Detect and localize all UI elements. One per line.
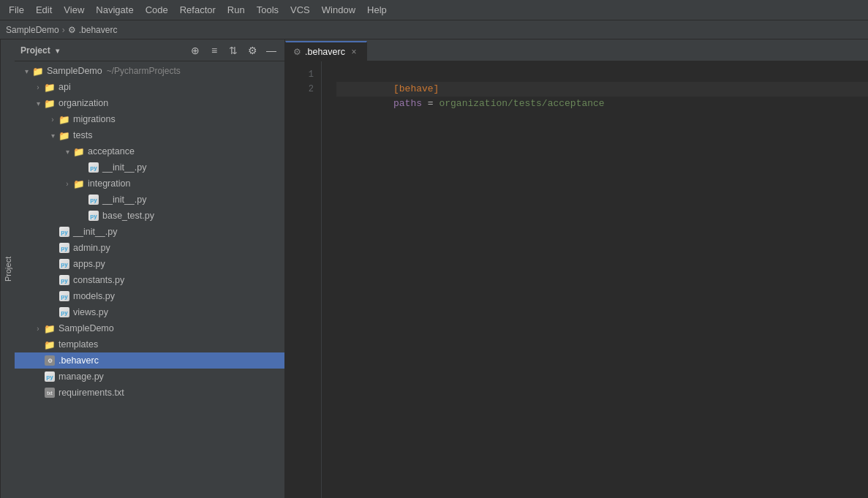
- tests-folder-icon: 📁: [59, 129, 70, 141]
- py-icon: py: [59, 307, 69, 317]
- file-tree: ▾ 📁 SampleDemo ~/PycharmProjects › 📁 api…: [15, 61, 284, 498]
- tree-apps[interactable]: py apps.py: [15, 256, 284, 272]
- py-icon: py: [88, 195, 99, 205]
- requirements-icon: txt: [44, 387, 56, 399]
- tree-organization[interactable]: ▾ 📁 organization: [15, 95, 284, 111]
- integration-folder-icon: 📁: [73, 178, 85, 189]
- tree-acceptance[interactable]: ▾ 📁 acceptance: [15, 143, 284, 159]
- menu-edit[interactable]: Edit: [30, 2, 58, 18]
- breadcrumb-bar: SampleDemo › ⚙ .behaverc: [0, 20, 868, 39]
- editor-content[interactable]: 1 2 [behave] paths = organization/tests/…: [285, 61, 868, 498]
- tree-templates[interactable]: 📁 templates: [15, 336, 284, 352]
- org-init-icon: py: [59, 226, 70, 238]
- apps-label: apps.py: [73, 259, 105, 269]
- py-icon: py: [59, 259, 69, 269]
- panel-minimize-btn[interactable]: —: [264, 43, 279, 58]
- line-numbers: 1 2: [285, 61, 322, 498]
- migrations-arrow: ›: [47, 113, 59, 125]
- py-icon: py: [59, 291, 69, 301]
- root-arrow: ▾: [20, 65, 32, 77]
- menu-refactor[interactable]: Refactor: [174, 2, 222, 18]
- main-layout: Project Project ▾ ⊕ ≡ ⇅ ⚙ — ▾ 📁 SampleDe…: [0, 39, 868, 498]
- project-sidebar-label[interactable]: Project: [0, 39, 15, 498]
- templates-folder-icon: 📁: [44, 339, 56, 350]
- tree-requirements[interactable]: txt requirements.txt: [15, 385, 284, 401]
- integration-init-label: __init__.py: [102, 195, 146, 205]
- py-icon: py: [88, 162, 99, 173]
- tree-tests[interactable]: ▾ 📁 tests: [15, 127, 284, 143]
- panel-expand-btn[interactable]: ⇅: [226, 43, 241, 58]
- config-icon: ⚙: [45, 355, 55, 366]
- menu-file[interactable]: File: [3, 2, 30, 18]
- behaverc-icon: ⚙: [44, 355, 56, 366]
- base-test-label: base_test.py: [102, 211, 154, 221]
- integration-init-icon: py: [88, 194, 99, 205]
- code-area[interactable]: [behave] paths = organization/tests/acce…: [322, 61, 868, 498]
- tree-integration[interactable]: › 📁 integration: [15, 176, 284, 192]
- tests-arrow: ▾: [47, 129, 59, 141]
- breadcrumb-sep1: ›: [62, 25, 65, 35]
- panel-settings-btn[interactable]: ⚙: [245, 43, 260, 58]
- panel-locate-btn[interactable]: ⊕: [188, 43, 203, 58]
- tree-api[interactable]: › 📁 api: [15, 79, 284, 95]
- menu-view[interactable]: View: [58, 2, 90, 18]
- constants-label: constants.py: [73, 275, 124, 285]
- acceptance-arrow: ▾: [61, 146, 73, 157]
- tree-acceptance-init[interactable]: py __init__.py: [15, 159, 284, 176]
- tree-models[interactable]: py models.py: [15, 288, 284, 304]
- breadcrumb-file[interactable]: ⚙ .behaverc: [68, 25, 118, 35]
- migrations-folder-icon: 📁: [59, 113, 70, 125]
- syn-key: paths: [393, 98, 422, 109]
- tab-icon: ⚙: [293, 47, 301, 57]
- tab-close-btn[interactable]: ×: [349, 47, 359, 57]
- migrations-label: migrations: [73, 114, 116, 124]
- menu-vcs[interactable]: VCS: [284, 2, 316, 18]
- tree-migrations[interactable]: › 📁 migrations: [15, 111, 284, 127]
- menu-tools[interactable]: Tools: [251, 2, 284, 18]
- panel-dropdown-arrow[interactable]: ▾: [56, 47, 59, 55]
- syn-equals: =: [422, 98, 439, 109]
- syn-section: [behave]: [393, 83, 439, 94]
- menu-navigate[interactable]: Navigate: [90, 2, 139, 18]
- tree-manage[interactable]: py manage.py: [15, 369, 284, 385]
- org-init-label: __init__.py: [73, 227, 117, 237]
- menu-help[interactable]: Help: [361, 2, 393, 18]
- sampledemo2-label: SampleDemo: [59, 323, 114, 333]
- sampledemo2-arrow: ›: [32, 322, 44, 334]
- tree-integration-init[interactable]: py __init__.py: [15, 192, 284, 208]
- root-path: ~/PycharmProjects: [107, 66, 181, 76]
- panel-title: Project ▾: [20, 45, 184, 56]
- panel-collapse-btn[interactable]: ≡: [207, 43, 222, 58]
- breadcrumb-project[interactable]: SampleDemo: [6, 25, 59, 35]
- org-arrow: ▾: [32, 97, 44, 109]
- tab-behaverc[interactable]: ⚙ .behaverc ×: [285, 41, 367, 61]
- tree-constants[interactable]: py constants.py: [15, 272, 284, 288]
- manage-icon: py: [44, 371, 56, 382]
- panel-header: Project ▾ ⊕ ≡ ⇅ ⚙ —: [15, 39, 284, 61]
- constants-icon: py: [59, 274, 70, 286]
- tree-sampledemo2[interactable]: › 📁 SampleDemo: [15, 320, 284, 336]
- base-test-icon: py: [88, 210, 99, 222]
- views-label: views.py: [73, 307, 108, 317]
- py-icon: py: [88, 211, 99, 221]
- models-label: models.py: [73, 291, 115, 301]
- tree-views[interactable]: py views.py: [15, 304, 284, 320]
- tree-base-test[interactable]: py base_test.py: [15, 208, 284, 224]
- tree-root[interactable]: ▾ 📁 SampleDemo ~/PycharmProjects: [15, 63, 284, 79]
- api-folder-icon: 📁: [44, 81, 56, 93]
- templates-label: templates: [59, 339, 98, 350]
- code-line-1: [behave]: [336, 67, 868, 82]
- tab-bar: ⚙ .behaverc ×: [285, 39, 868, 61]
- behaverc-label: .behaverc: [59, 355, 99, 366]
- tree-admin[interactable]: py admin.py: [15, 240, 284, 256]
- menu-run[interactable]: Run: [222, 2, 251, 18]
- tests-label: tests: [73, 130, 92, 140]
- menu-code[interactable]: Code: [140, 2, 174, 18]
- acceptance-init-icon: py: [88, 162, 99, 173]
- breadcrumb-filename: .behaverc: [79, 25, 118, 35]
- menu-window[interactable]: Window: [316, 2, 361, 18]
- integration-arrow: ›: [61, 178, 73, 189]
- acceptance-label: acceptance: [88, 146, 135, 156]
- tree-org-init[interactable]: py __init__.py: [15, 224, 284, 240]
- tree-behaverc[interactable]: ⚙ .behaverc: [15, 352, 284, 369]
